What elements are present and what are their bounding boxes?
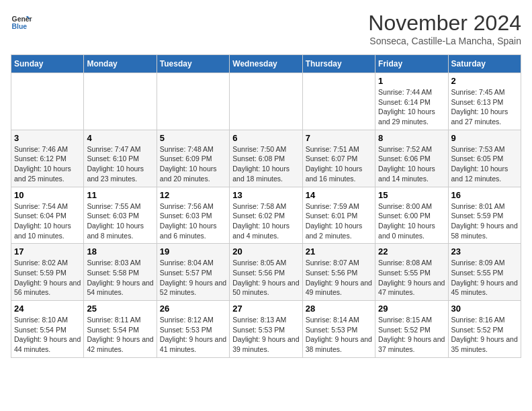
day-info: Sunrise: 7:59 AMSunset: 6:01 PMDaylight:… [306, 201, 372, 241]
calendar-cell: 15Sunrise: 8:00 AMSunset: 6:00 PMDayligh… [375, 187, 448, 244]
calendar-cell: 2Sunrise: 7:45 AMSunset: 6:13 PMDaylight… [448, 73, 521, 130]
calendar-cell: 10Sunrise: 7:54 AMSunset: 6:04 PMDayligh… [11, 187, 84, 244]
day-info: Sunrise: 8:09 AMSunset: 5:55 PMDaylight:… [451, 258, 518, 298]
day-number: 25 [87, 304, 153, 314]
day-info: Sunrise: 8:04 AMSunset: 5:57 PMDaylight:… [160, 258, 226, 298]
calendar-cell: 16Sunrise: 8:01 AMSunset: 5:59 PMDayligh… [448, 187, 521, 244]
day-info: Sunrise: 8:13 AMSunset: 5:53 PMDaylight:… [232, 315, 299, 355]
day-info: Sunrise: 7:58 AMSunset: 6:02 PMDaylight:… [232, 201, 299, 241]
calendar-cell: 27Sunrise: 8:13 AMSunset: 5:53 PMDayligh… [230, 301, 302, 358]
day-info: Sunrise: 7:50 AMSunset: 6:08 PMDaylight:… [232, 144, 299, 184]
day-number: 15 [378, 190, 445, 200]
day-info: Sunrise: 8:10 AMSunset: 5:54 PMDaylight:… [14, 315, 81, 355]
day-number: 9 [451, 133, 518, 143]
day-info: Sunrise: 7:48 AMSunset: 6:09 PMDaylight:… [160, 144, 226, 184]
calendar-cell [84, 73, 157, 130]
logo-icon: General Blue [11, 11, 32, 32]
day-number: 5 [160, 133, 226, 143]
day-info: Sunrise: 8:08 AMSunset: 5:55 PMDaylight:… [378, 258, 445, 298]
day-number: 14 [306, 190, 372, 200]
day-info: Sunrise: 7:44 AMSunset: 6:14 PMDaylight:… [378, 87, 445, 127]
day-info: Sunrise: 8:00 AMSunset: 6:00 PMDaylight:… [378, 201, 445, 241]
day-number: 11 [87, 190, 153, 200]
day-info: Sunrise: 8:14 AMSunset: 5:53 PMDaylight:… [306, 315, 372, 355]
calendar-cell: 13Sunrise: 7:58 AMSunset: 6:02 PMDayligh… [230, 187, 302, 244]
day-number: 10 [14, 190, 81, 200]
calendar-cell: 17Sunrise: 8:02 AMSunset: 5:59 PMDayligh… [11, 244, 84, 301]
day-header-tuesday: Tuesday [157, 55, 229, 73]
calendar-cell: 24Sunrise: 8:10 AMSunset: 5:54 PMDayligh… [11, 301, 84, 358]
day-number: 7 [306, 133, 372, 143]
logo: General Blue [11, 11, 32, 32]
day-number: 28 [306, 304, 372, 314]
calendar-cell: 6Sunrise: 7:50 AMSunset: 6:08 PMDaylight… [230, 130, 302, 187]
page-header: General Blue November 2024 Sonseca, Cast… [11, 11, 521, 46]
calendar-cell: 11Sunrise: 7:55 AMSunset: 6:03 PMDayligh… [84, 187, 157, 244]
calendar-cell: 9Sunrise: 7:53 AMSunset: 6:05 PMDaylight… [448, 130, 521, 187]
day-info: Sunrise: 8:05 AMSunset: 5:56 PMDaylight:… [232, 258, 299, 298]
calendar-cell: 21Sunrise: 8:07 AMSunset: 5:56 PMDayligh… [302, 244, 375, 301]
day-number: 29 [378, 304, 445, 314]
day-number: 27 [232, 304, 299, 314]
calendar-cell: 12Sunrise: 7:56 AMSunset: 6:03 PMDayligh… [157, 187, 229, 244]
calendar-cell: 18Sunrise: 8:03 AMSunset: 5:58 PMDayligh… [84, 244, 157, 301]
calendar-cell: 4Sunrise: 7:47 AMSunset: 6:10 PMDaylight… [84, 130, 157, 187]
day-info: Sunrise: 8:11 AMSunset: 5:54 PMDaylight:… [87, 315, 153, 355]
calendar-cell [11, 73, 84, 130]
day-info: Sunrise: 8:12 AMSunset: 5:53 PMDaylight:… [160, 315, 226, 355]
day-number: 17 [14, 246, 81, 257]
day-info: Sunrise: 7:52 AMSunset: 6:06 PMDaylight:… [378, 144, 445, 184]
day-number: 26 [160, 304, 226, 314]
day-number: 16 [451, 190, 518, 200]
day-number: 21 [306, 246, 372, 257]
calendar-cell [157, 73, 229, 130]
calendar-cell: 30Sunrise: 8:16 AMSunset: 5:52 PMDayligh… [448, 301, 521, 358]
day-number: 23 [451, 246, 518, 257]
calendar-cell: 3Sunrise: 7:46 AMSunset: 6:12 PMDaylight… [11, 130, 84, 187]
day-info: Sunrise: 8:02 AMSunset: 5:59 PMDaylight:… [14, 258, 81, 298]
day-number: 18 [87, 246, 153, 257]
day-info: Sunrise: 7:47 AMSunset: 6:10 PMDaylight:… [87, 144, 153, 184]
calendar-cell: 28Sunrise: 8:14 AMSunset: 5:53 PMDayligh… [302, 301, 375, 358]
day-number: 12 [160, 190, 226, 200]
calendar-cell [302, 73, 375, 130]
month-title: November 2024 [368, 11, 521, 36]
svg-text:Blue: Blue [12, 23, 28, 30]
day-number: 20 [232, 246, 299, 257]
calendar-cell: 5Sunrise: 7:48 AMSunset: 6:09 PMDaylight… [157, 130, 229, 187]
calendar-cell: 8Sunrise: 7:52 AMSunset: 6:06 PMDaylight… [375, 130, 448, 187]
day-number: 3 [14, 133, 81, 143]
location-subtitle: Sonseca, Castille-La Mancha, Spain [368, 36, 521, 46]
calendar-cell: 22Sunrise: 8:08 AMSunset: 5:55 PMDayligh… [375, 244, 448, 301]
calendar-cell: 14Sunrise: 7:59 AMSunset: 6:01 PMDayligh… [302, 187, 375, 244]
title-block: November 2024 Sonseca, Castille-La Manch… [368, 11, 521, 46]
day-number: 24 [14, 304, 81, 314]
day-header-friday: Friday [375, 55, 448, 73]
day-number: 4 [87, 133, 153, 143]
day-info: Sunrise: 7:46 AMSunset: 6:12 PMDaylight:… [14, 144, 81, 184]
calendar-cell: 20Sunrise: 8:05 AMSunset: 5:56 PMDayligh… [230, 244, 302, 301]
day-number: 8 [378, 133, 445, 143]
calendar-cell: 1Sunrise: 7:44 AMSunset: 6:14 PMDaylight… [375, 73, 448, 130]
day-number: 19 [160, 246, 226, 257]
calendar-cell [230, 73, 302, 130]
day-number: 22 [378, 246, 445, 257]
day-header-thursday: Thursday [302, 55, 375, 73]
day-number: 13 [232, 190, 299, 200]
day-info: Sunrise: 7:53 AMSunset: 6:05 PMDaylight:… [451, 144, 518, 184]
calendar-cell: 26Sunrise: 8:12 AMSunset: 5:53 PMDayligh… [157, 301, 229, 358]
day-info: Sunrise: 7:55 AMSunset: 6:03 PMDaylight:… [87, 201, 153, 241]
calendar-cell: 29Sunrise: 8:15 AMSunset: 5:52 PMDayligh… [375, 301, 448, 358]
day-info: Sunrise: 8:07 AMSunset: 5:56 PMDaylight:… [306, 258, 372, 298]
day-header-sunday: Sunday [11, 55, 84, 73]
day-info: Sunrise: 7:45 AMSunset: 6:13 PMDaylight:… [451, 87, 518, 127]
day-header-wednesday: Wednesday [230, 55, 302, 73]
calendar-cell: 19Sunrise: 8:04 AMSunset: 5:57 PMDayligh… [157, 244, 229, 301]
day-number: 2 [451, 76, 518, 86]
day-info: Sunrise: 7:51 AMSunset: 6:07 PMDaylight:… [306, 144, 372, 184]
day-info: Sunrise: 8:01 AMSunset: 5:59 PMDaylight:… [451, 201, 518, 241]
day-info: Sunrise: 8:16 AMSunset: 5:52 PMDaylight:… [451, 315, 518, 355]
svg-text:General: General [12, 15, 32, 23]
day-number: 30 [451, 304, 518, 314]
calendar-table: SundayMondayTuesdayWednesdayThursdayFrid… [11, 54, 521, 358]
